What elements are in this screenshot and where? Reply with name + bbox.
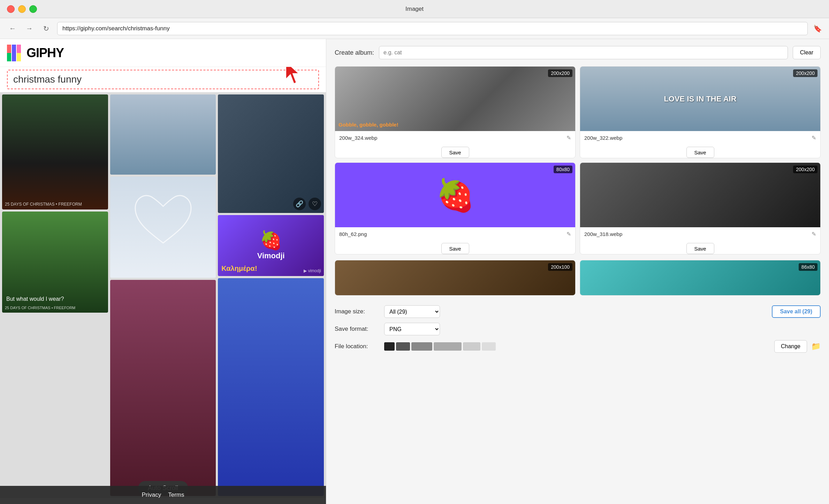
vimodji-label: Vimodji — [257, 251, 285, 260]
thumb-image-5: 200x100 — [335, 260, 575, 295]
thumb-size-badge-1: 200x200 — [548, 69, 572, 77]
url-bar[interactable] — [57, 22, 808, 35]
fullscreen-button[interactable] — [29, 5, 37, 13]
file-location-row: File location: Change 📁 — [335, 340, 821, 353]
create-album-input[interactable] — [379, 46, 788, 59]
traffic-lights — [7, 5, 37, 13]
folder-icon-button[interactable]: 📁 — [811, 342, 821, 351]
edit-icon-3[interactable]: ✎ — [566, 231, 571, 237]
gif-watermark: 25 DAYS OF CHRISTMAS • FREEFORM — [5, 306, 75, 310]
heart-icon-btn[interactable]: ♡ — [309, 198, 321, 210]
close-button[interactable] — [7, 5, 15, 13]
save-format-row: Save format: PNG JPG GIF WEBP — [335, 323, 821, 335]
love-text: LOVE IS IN THE AIR — [664, 94, 736, 104]
giphy-search-input[interactable] — [7, 70, 319, 89]
path-block-3 — [411, 342, 432, 351]
gif-item[interactable] — [110, 94, 216, 175]
save-button-1[interactable]: Save — [441, 147, 469, 158]
refresh-button[interactable]: ↻ — [40, 23, 52, 34]
clear-button[interactable]: Clear — [793, 46, 821, 59]
vimodji-greek: Καλημέρα! — [221, 265, 257, 273]
thumb-image-4: 200x200 — [580, 163, 820, 227]
thumbnails-row-2: 200x100 86x80 — [335, 260, 821, 296]
thumb-footer-1: 200w_324.webp ✎ — [335, 131, 575, 145]
gobble-text: Gobble, gobble, gobble! — [339, 122, 398, 128]
gif-item[interactable]: 🍓 Vimodji ▶ vimodji Καλημέρα! — [218, 215, 324, 276]
thumb-image-3: 80x80 🍓 — [335, 163, 575, 227]
thumb-filename-4: 200w_318.webp — [584, 231, 622, 237]
thumb-footer-4: 200w_318.webp ✎ — [580, 227, 820, 241]
gif-watermark: 25 DAYS OF CHRISTMAS • FREEFORM — [5, 202, 82, 207]
thumb-card-1: 200x200 Gobble, gobble, gobble! 200w_324… — [335, 66, 576, 158]
thumb-image-1: 200x200 Gobble, gobble, gobble! — [335, 67, 575, 131]
giphy-logo-icon — [7, 45, 24, 61]
giphy-logo: GIPHY — [7, 45, 64, 61]
gif-grid: 25 DAYS OF CHRISTMAS • FREEFORM But what… — [0, 92, 326, 498]
thumb-image-2: 200x200 LOVE IS IN THE AIR — [580, 67, 820, 131]
thumb-card-6: 86x80 — [580, 260, 821, 296]
terms-link[interactable]: Terms — [168, 491, 184, 498]
image-size-row: Image size: All (29) Small Medium Large … — [335, 305, 821, 318]
privacy-link[interactable]: Privacy — [142, 491, 161, 498]
thumbnails-grid: 200x200 Gobble, gobble, gobble! 200w_324… — [335, 66, 821, 254]
save-button-2[interactable]: Save — [686, 147, 714, 158]
thumb-size-badge-6: 86x80 — [799, 263, 817, 271]
giphy-header: GIPHY — [0, 39, 326, 67]
back-button[interactable]: ← — [7, 23, 18, 34]
path-block-6 — [482, 342, 496, 351]
giphy-logo-text: GIPHY — [26, 46, 64, 60]
path-block-5 — [463, 342, 480, 351]
file-location-label: File location: — [335, 343, 380, 350]
thumb-footer-3: 80h_62.png ✎ — [335, 227, 575, 241]
gif-column-1: 25 DAYS OF CHRISTMAS • FREEFORM But what… — [2, 94, 108, 496]
minimize-button[interactable] — [18, 5, 26, 13]
path-block-4 — [434, 342, 462, 351]
edit-icon-4[interactable]: ✎ — [812, 231, 816, 237]
giphy-search-area — [0, 67, 326, 92]
thumb-size-badge-2: 200x200 — [793, 69, 817, 77]
gif-text: But what would I wear? — [6, 296, 64, 302]
gif-item[interactable]: But what would I wear? 25 DAYS OF CHRIST… — [2, 212, 108, 313]
save-button-3[interactable]: Save — [441, 243, 469, 254]
forward-button[interactable]: → — [24, 23, 35, 34]
change-button[interactable]: Change — [774, 340, 807, 353]
right-panel: Create album: Clear 200x200 Gobble, gobb… — [326, 39, 829, 504]
image-size-label: Image size: — [335, 308, 380, 315]
thumb-size-badge-4: 200x200 — [793, 166, 817, 173]
save-button-4[interactable]: Save — [686, 243, 714, 254]
gif-column-3: 🔗 ♡ 🍓 Vimodji ▶ vimodji Καλημέρα! — [218, 94, 324, 496]
thumb-footer-2: 200w_322.webp ✎ — [580, 131, 820, 145]
edit-icon-2[interactable]: ✎ — [812, 135, 816, 141]
bottom-controls: Image size: All (29) Small Medium Large … — [335, 301, 821, 362]
thumb-filename-3: 80h_62.png — [339, 231, 367, 237]
gif-column-2 — [110, 94, 216, 496]
main-layout: GIPHY 25 DAYS OF CHRISTMAS • FREEFORM Bu… — [0, 39, 829, 504]
link-icon-btn[interactable]: 🔗 — [293, 198, 306, 210]
file-location-path — [384, 342, 770, 351]
browser-toolbar: ← → ↻ 🔖 — [0, 18, 829, 39]
svg-rect-2 — [12, 45, 16, 61]
bookmark-button[interactable]: 🔖 — [813, 24, 822, 33]
gif-item[interactable]: 🔗 ♡ — [218, 94, 324, 213]
svg-rect-3 — [17, 45, 21, 53]
save-format-select[interactable]: PNG JPG GIF WEBP — [384, 323, 440, 335]
window-chrome: Imaget — [0, 0, 829, 18]
create-album-row: Create album: Clear — [335, 46, 821, 59]
thumb-card-2: 200x200 LOVE IS IN THE AIR 200w_322.webp… — [580, 66, 821, 158]
save-format-label: Save format: — [335, 326, 380, 333]
browser-content: GIPHY 25 DAYS OF CHRISTMAS • FREEFORM Bu… — [0, 39, 326, 504]
gif-action-icons: 🔗 ♡ — [293, 198, 321, 210]
window-title: Imaget — [405, 6, 424, 13]
gif-item[interactable] — [218, 278, 324, 496]
save-all-button[interactable]: Save all (29) — [772, 305, 821, 318]
path-block-2 — [396, 342, 410, 351]
gif-item[interactable] — [110, 177, 216, 278]
gif-item[interactable]: 25 DAYS OF CHRISTMAS • FREEFORM — [2, 94, 108, 209]
thumb-card-4: 200x200 200w_318.webp ✎ Save — [580, 162, 821, 254]
thumb-size-badge-5: 200x100 — [548, 263, 572, 271]
edit-icon-1[interactable]: ✎ — [566, 135, 571, 141]
gif-item[interactable] — [110, 280, 216, 496]
thumb-card-5: 200x100 — [335, 260, 576, 296]
image-size-select[interactable]: All (29) Small Medium Large — [384, 305, 440, 318]
thumb-size-badge-3: 80x80 — [554, 166, 572, 173]
